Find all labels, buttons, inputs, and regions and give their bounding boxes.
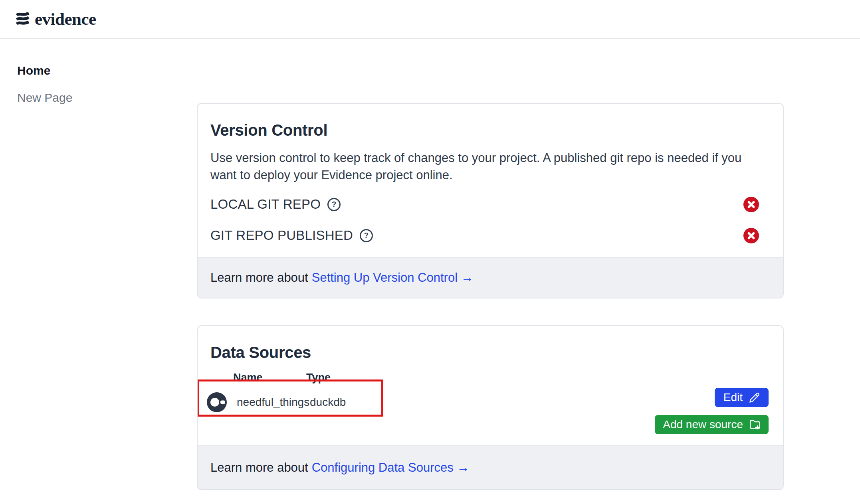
x-circle-error-icon xyxy=(743,228,759,243)
source-type: duckdb xyxy=(310,396,346,409)
table-header-name: Name xyxy=(233,372,263,384)
source-name: needful_things xyxy=(237,396,310,409)
sidebar-item-home[interactable]: Home xyxy=(17,64,50,77)
data-sources-footer: Learn more about Configuring Data Source… xyxy=(198,445,783,489)
evidence-logo[interactable]: evidence xyxy=(16,9,96,29)
version-control-footer: Learn more about Setting Up Version Cont… xyxy=(198,257,783,298)
add-new-source-button[interactable]: Add new source xyxy=(655,415,769,434)
status-label: GIT REPO PUBLISHED xyxy=(210,228,353,243)
data-source-row: needful_things duckdb xyxy=(207,392,346,412)
status-row-git-repo-published: GIT REPO PUBLISHED xyxy=(210,224,770,247)
sidebar-item-new-page[interactable]: New Page xyxy=(17,91,72,105)
status-row-local-git-repo: LOCAL GIT REPO xyxy=(210,193,770,215)
learn-more-text: Learn more about xyxy=(210,461,308,475)
logo-waves-icon xyxy=(16,11,30,28)
add-new-source-label: Add new source xyxy=(663,418,743,431)
top-bar: evidence xyxy=(0,0,860,39)
data-sources-title: Data Sources xyxy=(210,343,770,362)
edit-button-label: Edit xyxy=(723,391,743,404)
duckdb-logo-icon xyxy=(207,392,227,412)
version-control-title: Version Control xyxy=(210,121,770,140)
data-sources-card: Data Sources Name Type needful_things du… xyxy=(197,325,784,490)
folder-plus-icon xyxy=(749,419,761,430)
pencil-icon xyxy=(749,392,760,403)
setting-up-version-control-link[interactable]: Setting Up Version Control xyxy=(312,271,458,285)
edit-button[interactable]: Edit xyxy=(715,388,769,407)
version-control-card: Version Control Use version control to k… xyxy=(197,103,784,298)
status-label: LOCAL GIT REPO xyxy=(210,197,321,212)
arrow-right-icon[interactable]: → xyxy=(461,271,474,285)
help-icon[interactable] xyxy=(360,229,373,242)
arrow-right-icon[interactable]: → xyxy=(457,461,470,475)
configuring-data-sources-link[interactable]: Configuring Data Sources xyxy=(312,461,454,475)
version-control-description: Use version control to keep track of cha… xyxy=(210,149,770,184)
x-circle-error-icon xyxy=(743,197,759,212)
help-icon[interactable] xyxy=(327,198,341,211)
table-header-type: Type xyxy=(306,372,331,384)
learn-more-text: Learn more about xyxy=(210,271,308,285)
logo-text: evidence xyxy=(35,9,96,29)
